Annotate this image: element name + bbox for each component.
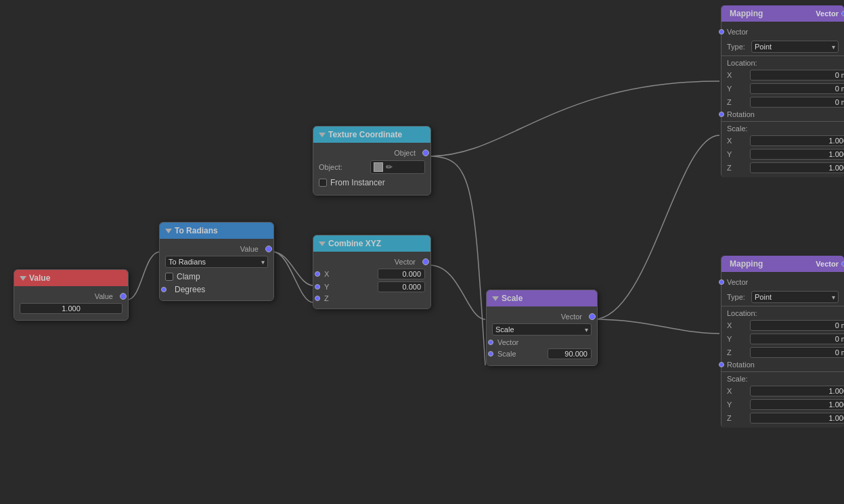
mapping1-type-label: Type: <box>727 43 747 51</box>
mapping2-output-socket[interactable] <box>841 261 844 267</box>
object-icon <box>374 162 383 172</box>
combine-y-value[interactable] <box>378 281 425 292</box>
clamp-label: Clamp <box>177 272 200 281</box>
mapping2-output-text: Vector <box>765 260 839 268</box>
mapping1-output-socket[interactable] <box>841 11 844 16</box>
tc-output-label: Object <box>319 149 416 157</box>
mapping1-loc-z-value[interactable] <box>750 97 844 108</box>
scale-output-socket[interactable] <box>589 313 596 320</box>
mapping1-type-dropdown[interactable]: Point Texture Vector Normal <box>751 41 839 53</box>
mapping2-rotation-label: Rotation <box>727 361 755 369</box>
mapping2-scale-z-value[interactable] <box>750 413 844 423</box>
value-node-header: Value <box>14 270 128 286</box>
mapping1-vector-label: Vector <box>727 28 761 36</box>
combine-z-socket[interactable] <box>315 296 320 301</box>
texture-coordinate-node: Texture Coordinate Object Object: ✏ From… <box>313 126 431 196</box>
mapping2-vector-socket[interactable] <box>719 279 724 285</box>
scale-node: Scale Vector Scale Vector Scale <box>486 290 598 366</box>
scale-type-dropdown[interactable]: Scale <box>492 323 592 336</box>
to-radians-collapse-icon[interactable] <box>165 229 172 233</box>
mapping2-title: Mapping <box>730 259 763 269</box>
mapping2-scale-x-value[interactable] <box>750 386 844 396</box>
mapping1-rotation-socket[interactable] <box>719 112 724 117</box>
value-collapse-icon[interactable] <box>20 276 26 281</box>
texture-coordinate-collapse-icon[interactable] <box>319 133 326 137</box>
mapping1-rotation-label: Rotation <box>727 110 755 118</box>
mapping2-scale-y-value[interactable] <box>750 399 844 410</box>
value-output-socket[interactable] <box>120 293 127 300</box>
mapping1-loc-x-value[interactable] <box>750 70 844 81</box>
scale-node-header: Scale <box>487 290 597 306</box>
combine-y-socket[interactable] <box>315 284 320 290</box>
mapping2-loc-x-value[interactable] <box>750 320 844 331</box>
combine-x-value[interactable] <box>378 269 425 279</box>
value-node: Value Value <box>14 269 129 321</box>
mapping2-loc-z-value[interactable] <box>750 347 844 358</box>
mapping1-scale-z-label: Z <box>727 164 747 172</box>
to-radians-node-header: To Radians <box>160 223 273 239</box>
mapping1-loc-z-label: Z <box>727 98 747 106</box>
mapping2-loc-y-value[interactable] <box>750 334 844 344</box>
clamp-checkbox[interactable] <box>165 273 173 281</box>
value-field[interactable] <box>20 303 123 314</box>
mapping2-scale-label: Scale: <box>727 375 748 383</box>
combine-x-socket[interactable] <box>315 271 320 277</box>
combine-xyz-collapse-icon[interactable] <box>319 242 326 246</box>
combine-xyz-node-header: Combine XYZ <box>313 235 430 252</box>
combine-y-label: Y <box>324 283 378 291</box>
mapping2-scale-x-label: X <box>727 387 747 395</box>
mapping2-vector-label: Vector <box>727 278 761 286</box>
mapping1-scale-x-label: X <box>727 137 747 145</box>
tc-object-field[interactable]: ✏ <box>370 160 425 174</box>
degrees-label: Degrees <box>169 285 205 294</box>
value-node-title: Value <box>29 273 50 283</box>
mapping1-scale-x-value[interactable] <box>750 135 844 146</box>
node-canvas: Value Value To Radians Value <box>0 0 844 504</box>
mapping1-title: Mapping <box>730 9 763 18</box>
to-radians-node-title: To Radians <box>175 226 218 235</box>
mapping1-scale-z-value[interactable] <box>750 162 844 173</box>
mapping2-type-label: Type: <box>727 293 747 301</box>
combine-xyz-output-label: Vector <box>319 258 416 266</box>
mapping2-type-dropdown[interactable]: Point Texture Vector Normal <box>751 291 839 303</box>
combine-xyz-output-socket[interactable] <box>422 258 429 265</box>
combine-z-label: Z <box>324 294 425 302</box>
to-radians-node: To Radians Value To Radians To Degrees C… <box>159 222 274 301</box>
to-radians-dropdown[interactable]: To Radians To Degrees <box>165 256 268 268</box>
mapping2-loc-x-label: X <box>727 321 747 329</box>
from-instancer-label: From Instancer <box>330 178 385 187</box>
mapping1-scale-y-value[interactable] <box>750 149 844 160</box>
scale-vector-socket[interactable] <box>488 340 493 345</box>
scale-scale-label: Scale <box>497 350 548 358</box>
scale-scale-value[interactable] <box>548 348 592 359</box>
mapping1-loc-x-label: X <box>727 71 747 79</box>
mapping1-scale-label: Scale: <box>727 124 748 133</box>
mapping1-loc-y-value[interactable] <box>750 83 844 94</box>
mapping1-scale-y-label: Y <box>727 150 747 158</box>
mapping2-loc-y-label: Y <box>727 335 747 343</box>
mapping2-loc-z-label: Z <box>727 348 747 357</box>
texture-coordinate-node-header: Texture Coordinate <box>313 127 430 143</box>
degrees-input-socket[interactable] <box>161 287 166 292</box>
texture-coordinate-node-title: Texture Coordinate <box>328 130 402 139</box>
mapping1-loc-y-label: Y <box>727 85 747 93</box>
tc-output-socket[interactable] <box>422 150 429 156</box>
scale-output-label: Vector <box>492 313 582 321</box>
mapping-panel-1: Mapping Vector Vector Type: Point Textur… <box>721 5 844 177</box>
eyedropper-icon[interactable]: ✏ <box>386 162 393 172</box>
combine-xyz-node-title: Combine XYZ <box>328 239 381 248</box>
to-radians-output-label: Value <box>165 245 259 253</box>
to-radians-output-socket[interactable] <box>265 246 272 252</box>
mapping2-rotation-socket[interactable] <box>719 362 724 367</box>
tc-object-label: Object: <box>319 163 367 171</box>
mapping2-scale-y-label: Y <box>727 400 747 409</box>
scale-scale-socket[interactable] <box>488 351 493 357</box>
mapping1-output-text: Vector <box>765 9 839 18</box>
scale-vector-label: Vector <box>497 338 592 346</box>
mapping1-vector-socket[interactable] <box>719 29 724 35</box>
mapping2-scale-z-label: Z <box>727 414 747 422</box>
mapping-panel-2: Mapping Vector Vector Type: Point Textur… <box>721 256 844 428</box>
scale-collapse-icon[interactable] <box>492 296 499 301</box>
from-instancer-checkbox[interactable] <box>319 179 327 187</box>
value-output-label: Value <box>20 292 113 300</box>
